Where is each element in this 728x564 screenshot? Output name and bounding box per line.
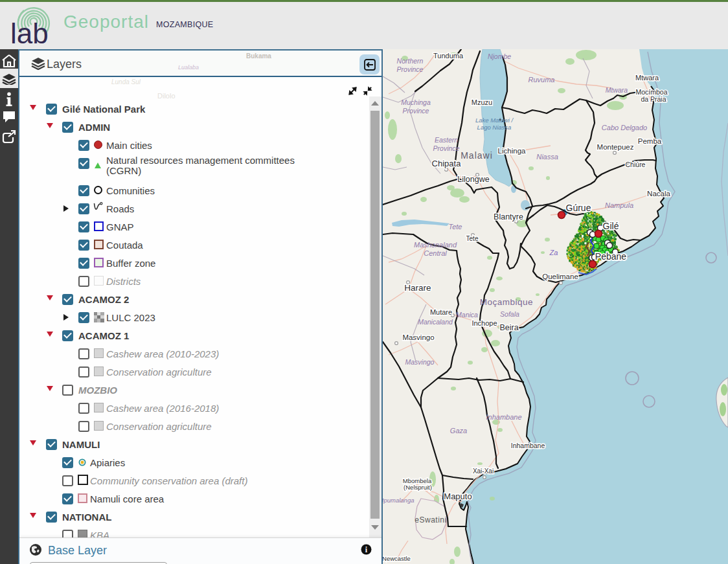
svg-text:Muchinga: Muchinga [401, 98, 431, 106]
svg-text:Central: Central [424, 249, 447, 257]
svg-text:Lilongwe: Lilongwe [457, 175, 489, 184]
svg-text:Newcastle: Newcastle [383, 555, 411, 562]
svg-text:Gaza: Gaza [450, 427, 467, 434]
svg-text:Tunduma: Tunduma [433, 52, 464, 60]
svg-text:Province: Province [397, 65, 424, 73]
svg-text:Masvingo: Masvingo [402, 333, 434, 341]
svg-text:Province: Province [403, 107, 429, 115]
svg-text:Masvingo: Masvingo [405, 358, 435, 366]
svg-text:Eastern: Eastern [435, 136, 458, 144]
svg-text:Xai-Xai: Xai-Xai [473, 468, 494, 475]
svg-text:Njombe: Njombe [488, 52, 511, 60]
svg-text:(Nelspruit): (Nelspruit) [404, 484, 432, 491]
svg-text:Montepuez: Montepuez [597, 143, 634, 151]
svg-text:Inhambane: Inhambane [486, 413, 521, 421]
svg-text:Inhambane: Inhambane [511, 442, 545, 449]
svg-text:Northern: Northern [397, 57, 424, 65]
svg-text:Chipata: Chipata [432, 159, 462, 168]
svg-text:Niassa: Niassa [536, 153, 558, 161]
svg-text:Nacala: Nacala [647, 190, 670, 197]
svg-text:Lake Malawi /: Lake Malawi / [475, 117, 514, 124]
svg-text:Mashonaland: Mashonaland [414, 241, 457, 249]
svg-text:Mtwara: Mtwara [635, 74, 659, 82]
svg-text:Gilé: Gilé [603, 221, 619, 231]
svg-text:Harare: Harare [404, 283, 431, 293]
svg-text:Za: Za [549, 249, 558, 256]
svg-text:Province: Province [433, 144, 460, 152]
svg-text:Tete: Tete [466, 235, 479, 242]
svg-text:Mtwara: Mtwara [606, 86, 628, 94]
svg-text:Blantyre: Blantyre [494, 212, 523, 221]
svg-text:Gúrue: Gúrue [566, 203, 591, 213]
svg-text:Mutare: Mutare [430, 308, 452, 316]
svg-text:Manicaland: Manicaland [418, 318, 453, 326]
svg-text:Nampula: Nampula [605, 201, 633, 209]
svg-text:Quelimane: Quelimane [542, 273, 578, 280]
svg-text:Malawi: Malawi [461, 150, 493, 161]
svg-text:Lago Niassa: Lago Niassa [477, 124, 512, 131]
svg-text:Chiúre: Chiúre [626, 161, 646, 168]
svg-text:Beira: Beira [499, 323, 518, 332]
svg-text:Mzuzu: Mzuzu [472, 98, 492, 106]
svg-text:Cabo Delgado: Cabo Delgado [602, 124, 647, 131]
svg-text:Pebane: Pebane [595, 251, 626, 262]
svg-text:Moçambique: Moçambique [480, 297, 533, 307]
svg-text:Tete: Tete [448, 223, 462, 231]
svg-text:Inchope: Inchope [472, 319, 497, 327]
svg-text:Mpumalanga: Mpumalanga [383, 497, 414, 504]
svg-text:Maputo: Maputo [444, 491, 472, 501]
svg-text:eSwatini: eSwatini [415, 515, 446, 525]
svg-text:da Praia: da Praia [641, 95, 666, 103]
svg-text:Lichinga: Lichinga [498, 147, 526, 155]
svg-text:Manica: Manica [456, 311, 478, 319]
svg-text:Ruvuma: Ruvuma [529, 76, 555, 84]
svg-text:Sofala: Sofala [500, 310, 519, 318]
svg-text:Pemba: Pemba [638, 137, 662, 145]
